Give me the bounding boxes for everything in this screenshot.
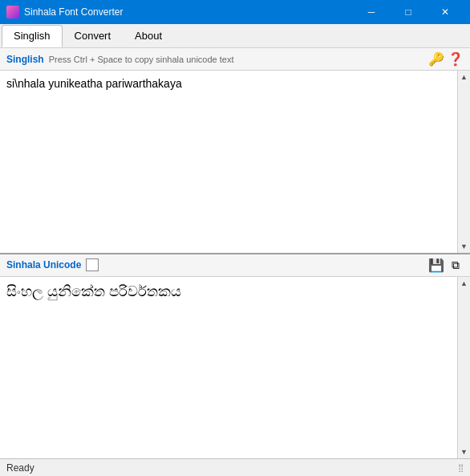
copy-icon[interactable]: ⧉: [448, 257, 464, 273]
close-button[interactable]: ✕: [427, 0, 464, 24]
key-icon[interactable]: 🔑: [428, 51, 444, 67]
app-icon: [6, 6, 19, 18]
scroll-up-arrow[interactable]: ▲: [458, 71, 471, 83]
tab-singlish[interactable]: Singlish: [2, 25, 63, 47]
unicode-scroll-track[interactable]: [458, 290, 470, 446]
unicode-scroll-down[interactable]: ▼: [458, 445, 471, 458]
menu-bar: Singlish Convert About: [0, 24, 470, 48]
singlish-toolbar-icons: 🔑 ❓: [428, 51, 464, 67]
singlish-hint: Press Ctrl + Space to copy sinhala unico…: [49, 55, 234, 64]
minimize-button[interactable]: ─: [353, 0, 390, 24]
unicode-output[interactable]: සිංහල යුනිකේත පරිවර්තකය: [0, 277, 470, 459]
unicode-scroll-up[interactable]: ▲: [458, 277, 471, 290]
unicode-toolbar-icons: 💾 ⧉: [428, 257, 464, 273]
unicode-text-container: සිංහල යුනිකේත පරිවර්තකය ▲ ▼: [0, 277, 470, 459]
singlish-input[interactable]: si\nhala yunikeatha pariwarthakaya: [0, 71, 470, 253]
unicode-label: Sinhala Unicode: [6, 259, 81, 271]
scroll-track-top[interactable]: [458, 83, 470, 240]
status-bar: Ready ⣿: [0, 458, 470, 476]
unicode-panel: Sinhala Unicode 💾 ⧉ සිංහල යුනිකේත පරිවර්…: [0, 254, 470, 459]
maximize-button[interactable]: □: [390, 0, 427, 24]
save-icon[interactable]: 💾: [428, 257, 444, 273]
scroll-down-arrow[interactable]: ▼: [458, 240, 471, 253]
singlish-panel: Singlish Press Ctrl + Space to copy sinh…: [0, 48, 470, 254]
wrap-toggle[interactable]: [86, 258, 99, 271]
panels-container: Singlish Press Ctrl + Space to copy sinh…: [0, 48, 470, 458]
singlish-scrollbar[interactable]: ▲ ▼: [457, 71, 470, 253]
resize-grip[interactable]: ⣿: [458, 463, 464, 472]
singlish-text-container: si\nhala yunikeatha pariwarthakaya ▲ ▼: [0, 71, 470, 253]
help-icon[interactable]: ❓: [448, 51, 464, 67]
status-text: Ready: [6, 462, 34, 474]
title-bar: Sinhala Font Converter ─ □ ✕: [0, 0, 470, 24]
title-bar-controls: ─ □ ✕: [353, 0, 464, 24]
title-bar-text: Sinhala Font Converter: [24, 6, 353, 18]
singlish-label: Singlish: [6, 54, 44, 65]
unicode-toolbar: Sinhala Unicode 💾 ⧉: [0, 254, 470, 277]
unicode-scrollbar[interactable]: ▲ ▼: [457, 277, 470, 459]
tab-about[interactable]: About: [123, 25, 174, 47]
tab-convert[interactable]: Convert: [63, 25, 124, 47]
singlish-toolbar: Singlish Press Ctrl + Space to copy sinh…: [0, 48, 470, 71]
